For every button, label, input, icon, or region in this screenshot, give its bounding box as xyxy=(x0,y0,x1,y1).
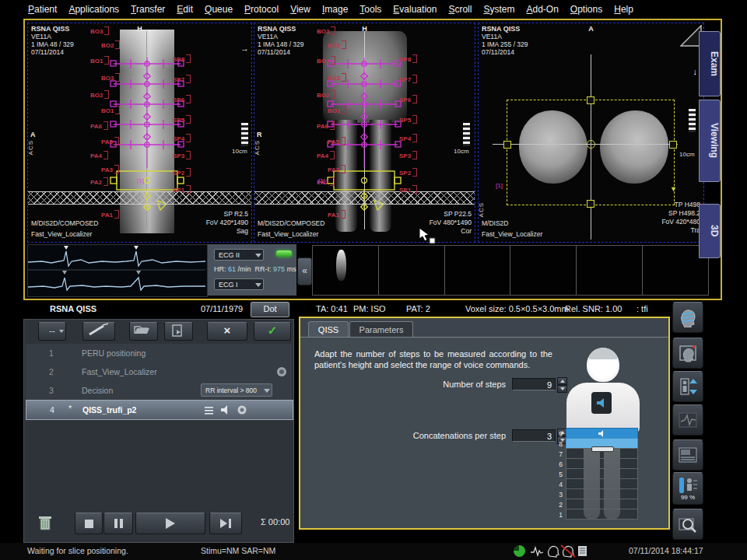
fov-move-icon[interactable]: ▼ xyxy=(670,185,677,193)
menu-applications[interactable]: Applications xyxy=(68,4,119,15)
dot-engine-button[interactable]: Dot xyxy=(251,302,289,317)
queue-row-1[interactable]: 1 PERU positioning xyxy=(26,344,292,363)
tab-exam[interactable]: Exam xyxy=(699,31,721,96)
viewport-sagittal[interactable]: RSNA QISS VE11A 1 IMA 48 / 329 07/11/201… xyxy=(27,23,252,243)
menu-image[interactable]: Image xyxy=(322,4,348,15)
fov-handle-bottom[interactable] xyxy=(587,200,594,208)
tab-parameters[interactable]: Parameters xyxy=(349,321,413,338)
range-dropdown-button[interactable]: -- xyxy=(38,322,66,341)
play-button[interactable] xyxy=(135,513,205,534)
exam-layout-button[interactable] xyxy=(672,439,703,471)
menu-evaluation[interactable]: Evaluation xyxy=(393,4,437,15)
step-range-row-3[interactable] xyxy=(566,488,638,499)
number-of-steps-field[interactable]: 9 xyxy=(512,378,556,390)
number-of-steps-spinner[interactable] xyxy=(557,377,567,391)
stop-icon xyxy=(85,520,93,528)
decision-condition-dropdown[interactable]: RR interval > 800 xyxy=(201,383,272,397)
pause-button[interactable] xyxy=(103,513,133,534)
filmstrip-cell[interactable] xyxy=(379,246,445,295)
scroll-down-icon[interactable]: ↓ xyxy=(693,67,698,76)
menu-view[interactable]: View xyxy=(290,4,310,15)
menu-patient[interactable]: Patient xyxy=(28,4,57,15)
image-number: 1 IMA 148 / 329 xyxy=(258,40,304,48)
fov-handle-right[interactable] xyxy=(669,141,677,149)
microphone-muted-head-icon xyxy=(560,544,576,558)
spinner-up-icon[interactable] xyxy=(557,377,567,385)
tab-3d[interactable]: 3D xyxy=(699,204,721,258)
menu-transfer[interactable]: Transfer xyxy=(131,4,165,15)
patient-registration-button[interactable] xyxy=(672,302,703,333)
table-position-button[interactable] xyxy=(672,371,703,402)
step-range-row-7[interactable] xyxy=(566,448,638,459)
filmstrip-cell[interactable] xyxy=(313,246,379,295)
contrast-injection-button[interactable] xyxy=(82,322,115,341)
step-range-row-1[interactable] xyxy=(566,509,638,520)
menu-queue[interactable]: Queue xyxy=(205,4,233,15)
range-drag-handle[interactable] xyxy=(591,446,614,452)
physio-display-button[interactable] xyxy=(672,404,703,436)
queue-row-2[interactable]: 2 Fast_View_Localizer xyxy=(26,362,292,382)
step-range-row-2[interactable] xyxy=(566,499,638,509)
fov-handle-left[interactable] xyxy=(503,141,511,149)
menu-addon[interactable]: Add-On xyxy=(526,4,558,15)
scale-ruler xyxy=(463,123,470,146)
queue-row-3[interactable]: 3 Decision RR interval > 800 xyxy=(26,381,292,401)
trash-button[interactable] xyxy=(35,513,55,533)
ecg-trace-display xyxy=(27,244,208,297)
skip-icon xyxy=(220,519,227,528)
scroll-right-icon[interactable]: → xyxy=(240,44,249,53)
copy-step-button[interactable] xyxy=(164,322,193,341)
menu-protocol[interactable]: Protocol xyxy=(244,4,279,15)
stop-button[interactable] xyxy=(75,513,103,534)
filmstrip-cell[interactable] xyxy=(510,246,577,295)
apply-step-button[interactable]: ✓ xyxy=(254,322,291,341)
patient-dob: 07/11/1979 xyxy=(201,304,243,313)
dot-label: Dot xyxy=(263,304,276,313)
slice-position: SP P22.5 xyxy=(444,210,472,218)
menu-scroll[interactable]: Scroll xyxy=(448,4,472,15)
concatenations-field[interactable]: 3 xyxy=(512,429,556,442)
collapse-panel-button[interactable]: « xyxy=(297,257,312,285)
skip-button[interactable] xyxy=(209,513,242,534)
slice-label: SP7 xyxy=(173,75,191,83)
tab-viewing[interactable]: Viewing xyxy=(699,100,721,182)
image-zoom-button[interactable] xyxy=(672,509,703,540)
slice-label: SP7 xyxy=(399,75,417,83)
check-icon: ✓ xyxy=(268,324,278,337)
folder-icon xyxy=(130,323,156,338)
cancel-step-button[interactable]: × xyxy=(207,322,247,341)
fov-handle-top[interactable] xyxy=(587,96,594,104)
ecg-lead-select-bottom[interactable]: ECG I xyxy=(214,278,264,290)
step-range-row-6[interactable] xyxy=(566,458,638,469)
table-position: TP H498 xyxy=(675,201,700,208)
menu-help[interactable]: Help xyxy=(614,4,633,15)
step-range-row-4[interactable] xyxy=(566,478,638,489)
filmstrip-cell[interactable] xyxy=(577,246,643,295)
autoalign-button[interactable] xyxy=(672,338,703,369)
spinner-down-icon[interactable] xyxy=(557,385,567,393)
step-range-row-5[interactable] xyxy=(566,468,638,479)
filmstrip-cell[interactable] xyxy=(445,246,511,295)
queue-row-4-selected[interactable]: 4 * QISS_trufi_p2 xyxy=(26,400,293,420)
step-range-row-9[interactable] xyxy=(566,428,638,439)
slice-label: SP6 xyxy=(399,95,417,103)
orientation-top: H xyxy=(28,25,251,33)
menu-system[interactable]: System xyxy=(483,4,514,15)
ecg-lead-select-top[interactable]: ECG II xyxy=(214,249,264,261)
fov-center-handle[interactable] xyxy=(587,140,595,149)
open-protocol-button[interactable] xyxy=(129,322,158,341)
tab-qiss[interactable]: QISS xyxy=(308,321,349,338)
voice-output-head-icon xyxy=(546,544,560,558)
sar-monitor-button[interactable]: 99 % xyxy=(672,472,703,505)
menu-edit[interactable]: Edit xyxy=(177,4,193,15)
fov-rect[interactable] xyxy=(507,100,675,205)
step-index: 3 xyxy=(553,491,563,499)
physio-curve-icon xyxy=(678,410,698,430)
menu-tools[interactable]: Tools xyxy=(359,4,381,15)
ecg-lead-bottom-label: ECG I xyxy=(219,281,238,289)
skip-icon-bar xyxy=(229,519,231,528)
viewport-coronal[interactable]: RSNA QISS VE11A 1 IMA 148 / 329 07/11/20… xyxy=(254,23,475,243)
sequence-name: Fast_View_Localizer xyxy=(482,230,542,238)
viewport-transversal[interactable]: ▼ ↓ RSNA QISS VE11A 1 IMA 255 / 329 07/1… xyxy=(478,23,704,243)
menu-options[interactable]: Options xyxy=(570,4,602,15)
